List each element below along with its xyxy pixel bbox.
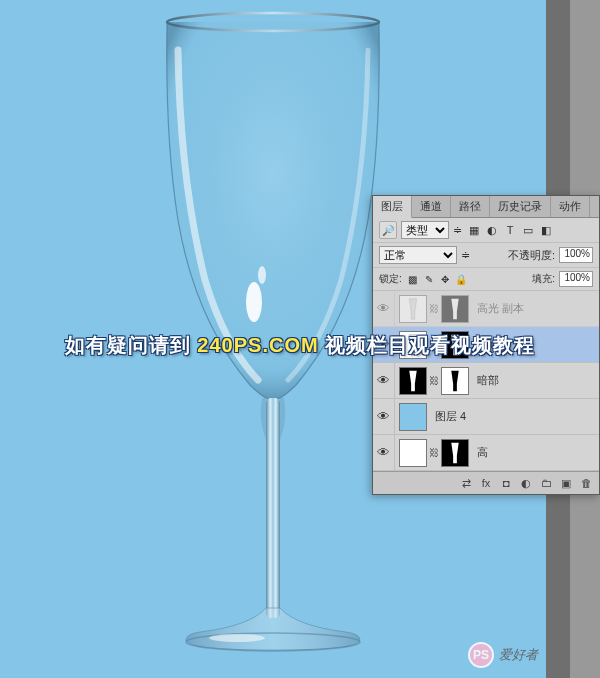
group-icon[interactable]: 🗀 bbox=[537, 475, 555, 491]
svg-point-2 bbox=[258, 266, 266, 284]
overlay-prefix: 如有疑问请到 bbox=[65, 334, 198, 356]
layer-row[interactable]: 👁 ⛓ 暗部 bbox=[373, 363, 599, 399]
mask-thumbnail[interactable] bbox=[441, 367, 469, 395]
layer-thumbnail[interactable] bbox=[399, 367, 427, 395]
lock-label: 锁定: bbox=[379, 272, 402, 286]
adjustment-icon[interactable]: ◐ bbox=[517, 475, 535, 491]
fill-label: 填充: bbox=[532, 272, 555, 286]
visibility-toggle[interactable]: 👁 bbox=[373, 291, 395, 326]
overlay-suffix: 视频栏目观看视频教程 bbox=[319, 334, 536, 356]
watermark: PS 爱好者 bbox=[468, 642, 538, 668]
blend-mode-select[interactable]: 正常 bbox=[379, 246, 457, 264]
mask-thumbnail[interactable] bbox=[441, 439, 469, 467]
mask-icon[interactable]: ◘ bbox=[497, 475, 515, 491]
lock-row: 锁定: ▩ ✎ ✥ 🔒 填充: 100% bbox=[373, 268, 599, 291]
opacity-input[interactable]: 100% bbox=[559, 247, 593, 263]
lock-all-icon[interactable]: 🔒 bbox=[454, 272, 468, 286]
lock-icons: ▩ ✎ ✥ 🔒 bbox=[406, 272, 468, 286]
blend-dropdown-icon: ≑ bbox=[461, 249, 470, 262]
layer-name[interactable]: 高光 副本 bbox=[473, 301, 524, 316]
mask-thumbnail[interactable] bbox=[441, 295, 469, 323]
lock-transparent-icon[interactable]: ▩ bbox=[406, 272, 420, 286]
layer-name[interactable]: 高 bbox=[473, 445, 488, 460]
watermark-text: 爱好者 bbox=[499, 646, 538, 664]
fill-input[interactable]: 100% bbox=[559, 271, 593, 287]
layer-thumbnail[interactable] bbox=[399, 295, 427, 323]
tab-history[interactable]: 历史记录 bbox=[490, 196, 551, 217]
layer-thumbnail[interactable] bbox=[399, 403, 427, 431]
layer-name[interactable]: 暗部 bbox=[473, 373, 499, 388]
layer-name[interactable]: 图层 4 bbox=[431, 409, 466, 424]
layer-thumbnail[interactable] bbox=[399, 439, 427, 467]
filter-smart-icon[interactable]: ◧ bbox=[538, 222, 554, 238]
tab-layers[interactable]: 图层 bbox=[373, 196, 412, 218]
filter-dropdown-icon[interactable]: ≑ bbox=[453, 224, 462, 237]
filter-type-icon[interactable]: T bbox=[502, 222, 518, 238]
opacity-label: 不透明度: bbox=[508, 248, 555, 263]
layer-row[interactable]: 👁 ⛓ 高光 副本 bbox=[373, 291, 599, 327]
visibility-toggle[interactable]: 👁 bbox=[373, 363, 395, 398]
panel-footer: ⇄ fx ◘ ◐ 🗀 ▣ 🗑 bbox=[373, 471, 599, 494]
visibility-toggle[interactable]: 👁 bbox=[373, 399, 395, 434]
filter-adjust-icon[interactable]: ◐ bbox=[484, 222, 500, 238]
link-icon: ⛓ bbox=[429, 375, 439, 386]
filter-icons: ▦ ◐ T ▭ ◧ bbox=[466, 222, 554, 238]
link-icon: ⛓ bbox=[429, 303, 439, 314]
overlay-highlight: 240PS.COM bbox=[197, 334, 318, 356]
svg-point-1 bbox=[246, 282, 262, 322]
kind-filter-select[interactable]: 类型 bbox=[401, 221, 449, 239]
panel-tabs: 图层 通道 路径 历史记录 动作 bbox=[373, 196, 599, 218]
visibility-toggle[interactable]: 👁 bbox=[373, 435, 395, 470]
delete-icon[interactable]: 🗑 bbox=[577, 475, 595, 491]
link-icon: ⛓ bbox=[429, 447, 439, 458]
search-icon[interactable]: 🔎 bbox=[379, 221, 397, 239]
new-layer-icon[interactable]: ▣ bbox=[557, 475, 575, 491]
watermark-logo: PS bbox=[468, 642, 494, 668]
svg-rect-3 bbox=[266, 398, 280, 618]
filter-row: 🔎 类型 ≑ ▦ ◐ T ▭ ◧ bbox=[373, 218, 599, 243]
link-layers-icon[interactable]: ⇄ bbox=[457, 475, 475, 491]
svg-point-5 bbox=[209, 634, 265, 642]
layer-row[interactable]: 👁 图层 4 bbox=[373, 399, 599, 435]
tab-channels[interactable]: 通道 bbox=[412, 196, 451, 217]
filter-shape-icon[interactable]: ▭ bbox=[520, 222, 536, 238]
layer-row[interactable]: 👁 ⛓ 高 bbox=[373, 435, 599, 471]
tab-paths[interactable]: 路径 bbox=[451, 196, 490, 217]
blend-row: 正常 ≑ 不透明度: 100% bbox=[373, 243, 599, 268]
lock-pixels-icon[interactable]: ✎ bbox=[422, 272, 436, 286]
instruction-overlay: 如有疑问请到 240PS.COM 视频栏目观看视频教程 bbox=[0, 332, 600, 359]
tab-actions[interactable]: 动作 bbox=[551, 196, 590, 217]
filter-pixel-icon[interactable]: ▦ bbox=[466, 222, 482, 238]
lock-position-icon[interactable]: ✥ bbox=[438, 272, 452, 286]
layers-list: 👁 ⛓ 高光 副本 👁 ⛓ 高光 👁 ⛓ 暗部 bbox=[373, 291, 599, 471]
fx-icon[interactable]: fx bbox=[477, 475, 495, 491]
